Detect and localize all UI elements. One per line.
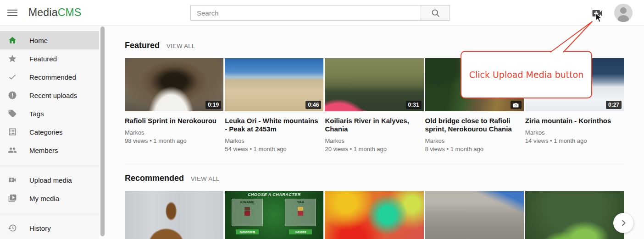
sidebar-nav: Home Featured Recommended Recent uploads…	[0, 26, 99, 239]
star-icon	[8, 54, 17, 63]
media-author[interactable]: Markos	[425, 137, 524, 144]
media-card: 0:31 Koiliaris River in Kalyves, Chania …	[325, 58, 423, 152]
sidebar-item-recent-uploads[interactable]: Recent uploads	[0, 86, 99, 104]
hamburger-menu-icon[interactable]	[7, 8, 17, 18]
sidebar-item-label: History	[29, 224, 51, 232]
featured-section-header: Featured VIEW ALL	[125, 41, 624, 50]
media-thumbnail[interactable]	[325, 191, 423, 239]
image-type-badge	[511, 101, 522, 109]
media-title[interactable]: Old bridge close to Rafioli sprint, Nero…	[425, 117, 520, 133]
app-logo[interactable]: MediaCMS	[28, 6, 81, 19]
search-input[interactable]	[191, 5, 421, 20]
media-card: 0:46 Leuka Ori - White mountains - Peak …	[225, 58, 323, 152]
sidebar-item-history[interactable]: History	[0, 219, 99, 237]
media-author[interactable]: Markos	[325, 137, 423, 144]
thumbnail-game-panel: YAA	[285, 199, 316, 226]
thumbnail-game-name: YAA	[285, 200, 316, 204]
media-card	[525, 191, 624, 239]
person-icon	[614, 4, 633, 22]
sidebar-item-label: Recent uploads	[29, 92, 77, 99]
media-card	[425, 191, 524, 239]
search-bar	[190, 5, 450, 21]
media-card: CHOOSE A CHARACTER KWAME YAA Selected Se…	[225, 191, 323, 239]
media-title[interactable]: Rafioli Sprint in Nerokourou	[125, 117, 220, 125]
thumbnail-game-character	[244, 207, 250, 216]
media-author[interactable]: Markos	[525, 129, 624, 136]
featured-view-all-link[interactable]: VIEW ALL	[167, 43, 195, 49]
media-thumbnail[interactable]: 0:31	[325, 58, 423, 111]
carousel-next-button[interactable]	[613, 213, 633, 233]
chevron-right-icon	[618, 217, 629, 228]
media-meta: 8 views • 1 month ago	[425, 146, 524, 152]
media-thumbnail[interactable]: 0:19	[125, 58, 223, 111]
sidebar-divider	[0, 166, 99, 166]
sidebar-item-members[interactable]: Members	[0, 141, 99, 159]
video-call-icon	[591, 7, 604, 20]
camera-icon	[513, 103, 519, 108]
recommended-cards-row: CHOOSE A CHARACTER KWAME YAA Selected Se…	[125, 191, 624, 239]
video-call-icon	[8, 175, 17, 185]
sidebar-item-label: Upload media	[29, 176, 72, 184]
media-title[interactable]: Koiliaris River in Kalyves, Chania	[325, 117, 420, 133]
thumbnail-game-button: Select	[289, 229, 312, 234]
recommended-view-all-link[interactable]: VIEW ALL	[191, 175, 219, 182]
media-thumbnail[interactable]	[525, 191, 624, 239]
media-card	[325, 191, 423, 239]
section-divider	[125, 164, 624, 164]
new-releases-icon	[8, 91, 17, 100]
sidebar-item-home[interactable]: Home	[0, 31, 99, 49]
sidebar-item-recommended[interactable]: Recommended	[0, 68, 99, 86]
media-author[interactable]: Markos	[225, 137, 323, 144]
sidebar-item-label: Home	[29, 37, 48, 44]
user-avatar[interactable]	[614, 4, 633, 22]
sidebar-item-upload-media[interactable]: Upload media	[0, 171, 99, 189]
sidebar-item-my-media[interactable]: My media	[0, 189, 99, 207]
media-card: 0:19 Rafioli Sprint in Nerokourou Markos…	[125, 58, 223, 152]
magnifier-icon	[431, 8, 440, 18]
history-icon	[8, 223, 17, 233]
tag-icon	[8, 109, 17, 118]
media-meta: 14 views • 1 month ago	[525, 137, 624, 144]
recommended-section-header: Recommended VIEW ALL	[125, 174, 624, 183]
upload-media-button[interactable]	[591, 7, 604, 20]
thumbnail-game-heading: CHOOSE A CHARACTER	[225, 192, 323, 197]
thumbnail-game-character	[298, 207, 303, 216]
thumbnail-game-panel: KWAME	[232, 199, 263, 226]
duration-badge: 0:27	[606, 101, 622, 109]
media-meta: 20 views • 1 month ago	[325, 146, 423, 152]
media-meta: 54 views • 1 month ago	[225, 146, 323, 152]
logo-media-text: Media	[28, 6, 58, 18]
media-thumbnail[interactable]	[125, 191, 223, 239]
media-thumbnail[interactable]	[425, 191, 524, 239]
sidebar-item-featured[interactable]: Featured	[0, 49, 99, 68]
search-button[interactable]	[421, 5, 450, 20]
section-title: Featured	[125, 41, 160, 50]
check-icon	[8, 72, 17, 81]
sidebar-item-tags[interactable]: Tags	[0, 104, 99, 123]
sidebar-item-categories[interactable]: Categories	[0, 123, 99, 141]
sidebar-item-label: Categories	[29, 128, 63, 136]
media-thumbnail[interactable]: 0:46	[225, 58, 323, 111]
duration-badge: 0:31	[406, 101, 422, 109]
sidebar-item-label: My media	[29, 195, 59, 202]
media-card	[125, 191, 223, 239]
logo-cms-text: CMS	[58, 6, 82, 18]
home-icon	[8, 36, 17, 45]
sidebar-item-label: Members	[29, 147, 58, 154]
media-title[interactable]: Leuka Ori - White mountains - Peak at 24…	[225, 117, 320, 133]
media-author[interactable]: Markos	[125, 129, 223, 136]
sidebar-item-label: Featured	[29, 55, 57, 63]
people-icon	[8, 146, 17, 155]
duration-badge: 0:46	[305, 101, 321, 109]
section-title: Recommended	[125, 174, 184, 183]
annotation-tooltip-text: Click Upload Media button	[469, 70, 584, 80]
duration-badge: 0:19	[205, 101, 221, 109]
sidebar-scrollbar-thumb[interactable]	[100, 27, 105, 236]
media-thumbnail[interactable]: CHOOSE A CHARACTER KWAME YAA Selected Se…	[225, 191, 323, 239]
thumbnail-game-name: KWAME	[232, 200, 262, 204]
sidebar-divider	[0, 214, 99, 214]
media-title[interactable]: Ziria mountain - Korinthos	[525, 117, 620, 125]
thumbnail-game-button: Selected	[236, 229, 259, 234]
top-bar: MediaCMS	[0, 0, 644, 26]
annotation-tooltip: Click Upload Media button	[461, 51, 592, 98]
